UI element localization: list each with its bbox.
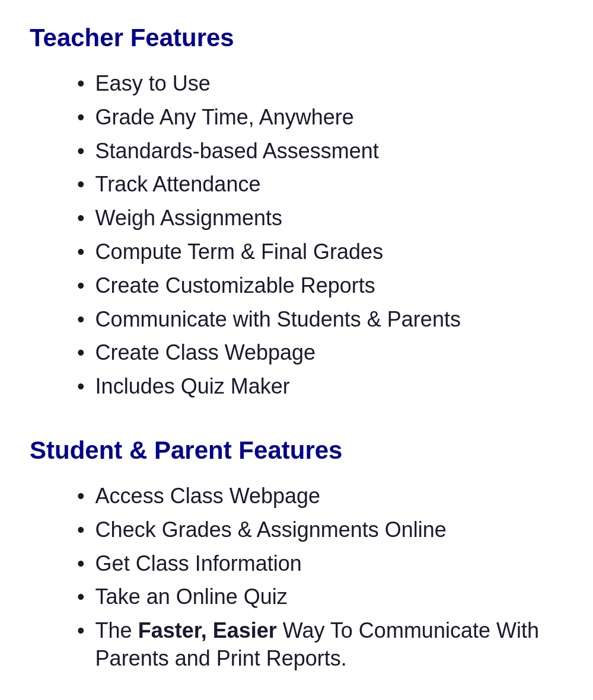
list-item: • Create Class Webpage xyxy=(77,339,563,367)
list-item-text: The Faster, Easier Way To Communicate Wi… xyxy=(95,617,563,673)
bullet-icon: • xyxy=(77,204,85,232)
list-item: • Communicate with Students & Parents xyxy=(77,306,563,334)
list-item: • Weigh Assignments xyxy=(77,204,563,232)
list-item-text: Create Class Webpage xyxy=(95,339,316,367)
teacher-features-section: Teacher Features • Easy to Use • Grade A… xyxy=(30,24,563,401)
list-item: • The Faster, Easier Way To Communicate … xyxy=(77,617,563,673)
list-item: • Standards-based Assessment xyxy=(77,138,563,165)
student-features-list: • Access Class Webpage • Check Grades & … xyxy=(77,482,563,673)
list-item: • Compute Term & Final Grades xyxy=(77,238,563,266)
bullet-icon: • xyxy=(77,70,85,98)
list-item: • Grade Any Time, Anywhere xyxy=(77,104,563,132)
bullet-icon: • xyxy=(77,583,85,611)
list-item-text: Communicate with Students & Parents xyxy=(95,306,461,334)
list-item-text: Includes Quiz Maker xyxy=(95,373,290,401)
list-item-text: Standards-based Assessment xyxy=(95,138,379,165)
teacher-features-title: Teacher Features xyxy=(30,24,563,52)
bullet-icon: • xyxy=(77,373,85,401)
list-item: • Easy to Use xyxy=(77,70,563,98)
list-item: • Includes Quiz Maker xyxy=(77,373,563,401)
list-item-text: Compute Term & Final Grades xyxy=(95,238,384,266)
bullet-icon: • xyxy=(77,482,85,510)
list-item-text: Grade Any Time, Anywhere xyxy=(95,104,354,132)
list-item: • Track Attendance xyxy=(77,171,563,199)
bullet-icon: • xyxy=(77,138,85,165)
bullet-icon: • xyxy=(77,550,85,578)
bullet-icon: • xyxy=(77,339,85,367)
list-item-text: Create Customizable Reports xyxy=(95,272,375,300)
bullet-icon: • xyxy=(77,171,85,199)
teacher-features-list: • Easy to Use • Grade Any Time, Anywhere… xyxy=(77,70,563,401)
list-item: • Create Customizable Reports xyxy=(77,272,563,300)
bullet-icon: • xyxy=(77,617,85,645)
student-parent-features-title: Student & Parent Features xyxy=(30,436,563,465)
bullet-icon: • xyxy=(77,104,85,132)
student-parent-features-section: Student & Parent Features • Access Class… xyxy=(30,436,563,673)
list-item-text: Take an Online Quiz xyxy=(95,583,288,611)
bullet-icon: • xyxy=(77,306,85,334)
bullet-icon: • xyxy=(77,238,85,266)
bold-faster: Faster, Easier xyxy=(138,618,277,643)
list-item: • Take an Online Quiz xyxy=(77,583,563,611)
list-item: • Access Class Webpage xyxy=(77,482,563,510)
list-item-text: Easy to Use xyxy=(95,70,211,98)
list-item-text: Weigh Assignments xyxy=(95,204,283,232)
list-item: • Get Class Information xyxy=(77,550,563,578)
list-item-text: Access Class Webpage xyxy=(95,482,321,510)
list-item-text: Track Attendance xyxy=(95,171,261,199)
bullet-icon: • xyxy=(77,272,85,300)
list-item: • Check Grades & Assignments Online xyxy=(77,516,563,544)
list-item-text: Check Grades & Assignments Online xyxy=(95,516,447,544)
bullet-icon: • xyxy=(77,516,85,544)
list-item-text: Get Class Information xyxy=(95,550,302,578)
